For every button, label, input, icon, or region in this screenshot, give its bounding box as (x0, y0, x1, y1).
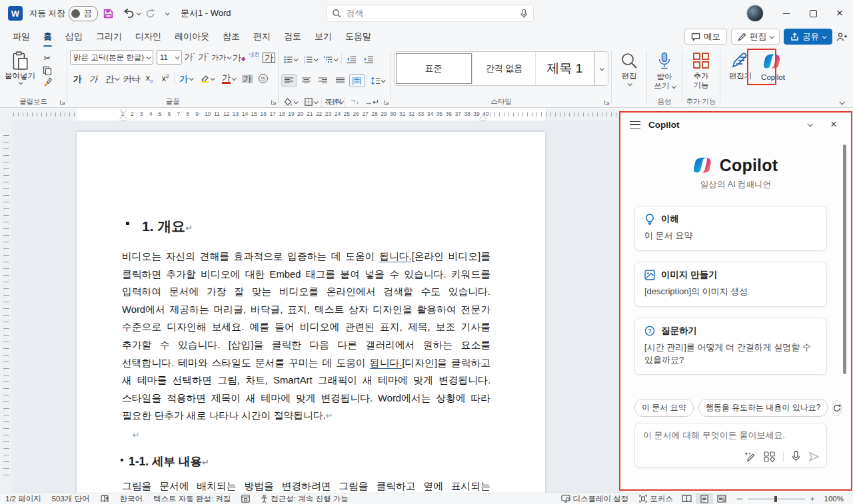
close-button[interactable]: × (826, 0, 853, 27)
share-button[interactable]: 공유 (784, 29, 832, 45)
save-button[interactable] (99, 4, 118, 23)
copilot-card-1[interactable]: 이해이 문서 요약 (634, 206, 827, 251)
copilot-mic-icon[interactable] (792, 451, 800, 462)
editor-button[interactable]: 편집기 (723, 50, 758, 84)
align-left-button[interactable] (281, 74, 297, 87)
italic-button[interactable]: 가 (86, 71, 101, 86)
search-mic-icon[interactable] (520, 9, 528, 19)
ribbon-tab-홈[interactable]: 홈 (37, 27, 58, 46)
collapse-ribbon-icon[interactable] (839, 99, 844, 105)
right-indent-marker[interactable] (480, 115, 486, 120)
undo-button[interactable] (119, 4, 138, 23)
grow-font-button[interactable]: 가ˆ (183, 50, 196, 65)
paste-button[interactable]: 붙여넣기 (3, 50, 37, 87)
autosave-toggle[interactable]: 자동 저장 끔 (29, 6, 98, 21)
copilot-panel-close-icon[interactable]: × (826, 117, 842, 132)
cut-button[interactable]: ✂ (40, 52, 55, 64)
copilot-panel-collapse-icon[interactable] (802, 117, 818, 132)
copilot-menu-icon[interactable] (630, 121, 640, 128)
ribbon-tab-디자인[interactable]: 디자인 (129, 27, 167, 46)
find-editing-button[interactable]: 편집 (614, 50, 644, 88)
strikethrough-button[interactable]: 가나 (123, 71, 141, 86)
text-autocomplete-indicator[interactable]: 텍스트 자동 완성: 켜짐 (148, 493, 236, 504)
zoom-slider[interactable] (748, 499, 805, 499)
line-spacing-button[interactable] (369, 74, 388, 87)
ribbon-tab-보기[interactable]: 보기 (309, 27, 338, 46)
language-indicator[interactable]: 한국어 (115, 493, 149, 504)
editing-mode-button[interactable]: 편집 (731, 29, 780, 45)
document-page[interactable]: 1. 개요↵비디오는 자신의 견해를 효과적으로 입증하는 데 도움이 됩니다.… (77, 132, 545, 493)
copilot-scrollbar[interactable] (843, 144, 846, 374)
first-line-indent-marker[interactable] (120, 109, 127, 113)
styles-dialog-launcher[interactable] (604, 99, 610, 105)
accessibility-status[interactable]: 접근성: 계속 진행 가능 (255, 493, 353, 504)
styles-gallery-more-icon[interactable] (594, 52, 608, 85)
character-border-button[interactable]: 가 (263, 50, 275, 65)
justify-button[interactable] (333, 74, 349, 87)
clear-formatting-button[interactable]: 가◆ (232, 50, 246, 65)
print-layout-button[interactable] (696, 493, 713, 504)
apps-icon[interactable] (764, 451, 775, 462)
phonetic-guide-button[interactable]: 내천⌒ (247, 50, 261, 65)
ribbon-tab-파일[interactable]: 파일 (7, 27, 36, 46)
horizontal-ruler[interactable]: 1234567891011121314151617181920212223242… (13, 109, 620, 121)
comments-button[interactable]: 메모 (684, 29, 727, 45)
font-size-combo[interactable]: 11 (157, 50, 182, 65)
left-indent-marker[interactable] (120, 115, 127, 120)
minimize-button[interactable]: ─ (773, 0, 800, 27)
font-name-combo[interactable]: 맑은 고딕(본문 한글) (70, 50, 153, 65)
change-case-button[interactable]: 가가 (211, 50, 231, 65)
ribbon-tab-도움말[interactable]: 도움말 (339, 27, 377, 46)
style-item-2[interactable]: 간격 없음 (473, 52, 536, 85)
addins-button[interactable]: 추가기능 (685, 50, 717, 93)
increase-indent-button[interactable] (361, 53, 377, 66)
zoom-out-button[interactable]: ─ (730, 493, 744, 504)
copilot-input[interactable] (643, 430, 818, 440)
web-layout-button[interactable] (713, 493, 730, 504)
bold-button[interactable]: 가 (70, 71, 85, 86)
maximize-button[interactable] (800, 0, 826, 27)
word-count[interactable]: 503개 단어 (47, 493, 95, 504)
document-canvas[interactable]: 1. 개요↵비디오는 자신의 견해를 효과적으로 입증하는 데 도움이 됩니다.… (13, 121, 620, 493)
underline-button[interactable]: 간 (102, 71, 122, 86)
zoom-slider-handle[interactable] (774, 496, 777, 502)
quick-access-more-icon[interactable] (165, 11, 170, 15)
read-mode-button[interactable] (678, 493, 696, 504)
suggestion-pill-2[interactable]: 행동을 유도하는 내용이 있나요? (698, 399, 828, 417)
enclose-characters-button[interactable]: 인 (256, 71, 271, 86)
align-center-button[interactable] (299, 74, 315, 87)
undo-dropdown-icon[interactable] (137, 11, 141, 15)
numbering-button[interactable]: 123 (301, 53, 320, 66)
ribbon-tab-검토[interactable]: 검토 (278, 27, 307, 46)
subscript-button[interactable]: x2 (142, 71, 157, 86)
clipboard-dialog-launcher[interactable] (59, 99, 65, 105)
ribbon-tab-참조[interactable]: 참조 (217, 27, 246, 46)
ribbon-tab-삽입[interactable]: 삽입 (59, 27, 89, 46)
copilot-input-box[interactable] (634, 423, 827, 468)
zoom-level[interactable]: 100% (819, 493, 853, 504)
macro-record-icon[interactable] (236, 493, 255, 504)
superscript-button[interactable]: x2 (158, 71, 173, 86)
user-avatar[interactable] (746, 5, 764, 22)
highlight-color-button[interactable] (197, 71, 217, 86)
display-settings-button[interactable]: 디스플레이 설정 (556, 493, 634, 504)
style-item-3[interactable]: 제목 1 (536, 52, 594, 85)
paragraph-dialog-launcher[interactable] (383, 99, 389, 105)
people-icon[interactable] (836, 32, 848, 42)
word-app-icon[interactable]: W (8, 6, 23, 21)
send-icon[interactable] (808, 451, 820, 462)
character-shading-button[interactable]: 가 (240, 71, 255, 86)
copilot-ribbon-button[interactable]: Copilot (758, 50, 788, 84)
decrease-indent-button[interactable] (343, 53, 359, 66)
shrink-font-button[interactable]: 가ˇ (197, 50, 210, 65)
suggestion-pill-1[interactable]: 이 문서 요약 (634, 399, 694, 417)
style-item-1[interactable]: 표준 (395, 52, 473, 85)
ribbon-tab-편지[interactable]: 편지 (247, 27, 277, 46)
align-right-button[interactable] (315, 74, 331, 87)
text-effects-button[interactable]: 가 (176, 71, 196, 86)
dictate-button[interactable]: 받아쓰기 (650, 50, 679, 93)
font-color-button[interactable]: 가 (219, 71, 239, 86)
copilot-card-2[interactable]: 이미지 만들기[description]의 이미지 생성 (634, 262, 827, 307)
bullets-button[interactable] (281, 53, 300, 66)
copy-button[interactable] (40, 66, 55, 75)
